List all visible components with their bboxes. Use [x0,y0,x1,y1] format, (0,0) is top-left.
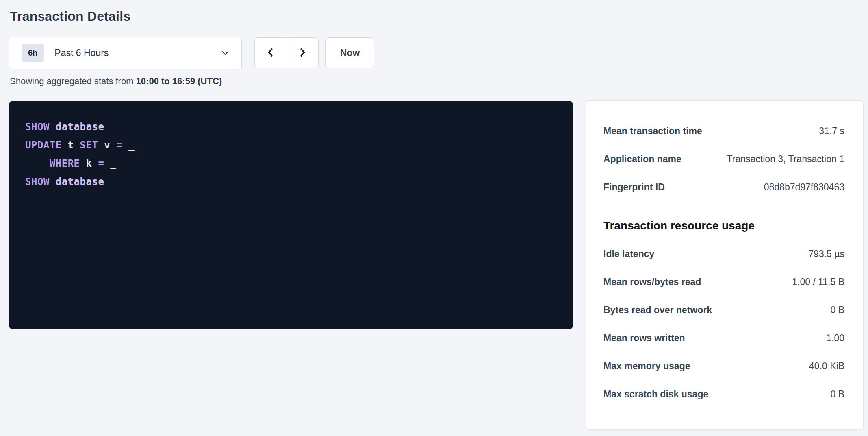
stat-label: Mean rows/bytes read [603,277,701,288]
stat-value: 08d8b7d97f830463 [764,182,844,193]
summary-row: Max scratch disk usage0 B [603,380,844,408]
sql-text: v [98,140,116,151]
summary-row: Fingerprint ID08d8b7d97f830463 [603,173,844,201]
stat-value: 40.0 KiB [809,361,844,372]
sql-text [25,158,50,169]
summary-row: Bytes read over network0 B [603,296,844,324]
summary-row: Idle latency793.5 µs [603,240,844,268]
time-range-dropdown[interactable]: 6h Past 6 Hours [9,37,242,69]
transaction-details-page: Transaction Details 6h Past 6 Hours Now [0,0,868,429]
page-title: Transaction Details [10,8,863,24]
summary-row: Mean rows/bytes read1.00 / 11.5 B [603,268,844,296]
sql-keyword: SHOW [25,121,50,133]
summary-row: Application nameTransaction 3, Transacti… [603,145,844,173]
sql-keyword: = [98,158,104,169]
sql-text [50,176,56,187]
chevron-left-icon [265,47,276,59]
stat-label: Idle latency [603,249,654,259]
stat-value: 0 B [830,389,844,400]
now-button[interactable]: Now [326,37,374,68]
stat-label: Max memory usage [603,361,690,372]
sql-text: _ [104,158,116,169]
sql-identifier: database [56,176,104,187]
sql-text [50,121,56,133]
sql-text: _ [122,140,135,151]
sql-line: WHERE k = _ [25,155,557,173]
stat-value: Transaction 3, Transaction 1 [727,154,844,165]
chevron-right-icon [297,47,308,59]
sql-keyword: UPDATE [25,140,62,151]
sql-keyword: WHERE [50,158,80,169]
stat-label: Fingerprint ID [603,182,665,193]
resource-rows: Idle latency793.5 µsMean rows/bytes read… [603,240,844,408]
sql-text: k [80,158,98,169]
resource-usage-heading: Transaction resource usage [603,219,844,233]
summary-row: Max memory usage40.0 KiB [603,352,844,380]
time-controls: 6h Past 6 Hours Now [9,37,863,69]
sql-keyword: SHOW [25,176,50,187]
overview-rows: Mean transaction time31.7 sApplication n… [603,117,844,201]
time-range-badge: 6h [22,44,44,62]
stat-value: 1.00 [826,333,844,344]
sql-line: SHOW database [25,118,557,136]
stat-label: Bytes read over network [603,305,712,316]
stat-value: 793.5 µs [808,249,844,259]
sql-keyword: SET [80,140,98,151]
stat-value: 31.7 s [819,126,844,137]
card-divider [603,209,844,209]
content-row: SHOW databaseUPDATE t SET v = _ WHERE k … [9,101,863,429]
sql-line: SHOW database [25,173,557,191]
chevron-down-icon [220,48,230,58]
summary-row: Mean transaction time31.7 s [603,117,844,145]
stats-prefix: Showing aggregated stats from [10,76,136,86]
time-pager [254,37,319,68]
stat-label: Mean transaction time [603,126,702,137]
summary-row: Mean rows written1.00 [603,324,844,352]
sql-identifier: database [56,121,104,133]
sql-keyword: = [116,140,122,151]
aggregated-stats-text: Showing aggregated stats from 10:00 to 1… [10,76,863,87]
stat-label: Application name [603,154,681,165]
sql-text: t [62,140,80,151]
stat-value: 0 B [830,305,844,316]
stat-value: 1.00 / 11.5 B [792,277,844,288]
sql-statement-box: SHOW databaseUPDATE t SET v = _ WHERE k … [9,101,573,329]
next-time-button[interactable] [286,38,318,68]
stat-label: Max scratch disk usage [603,389,708,400]
summary-card: Mean transaction time31.7 sApplication n… [586,101,863,429]
prev-time-button[interactable] [255,38,286,68]
sql-line: UPDATE t SET v = _ [25,136,557,155]
stat-label: Mean rows written [603,333,685,344]
stats-range: 10:00 to 16:59 (UTC) [136,76,222,86]
time-range-label: Past 6 Hours [54,48,108,59]
